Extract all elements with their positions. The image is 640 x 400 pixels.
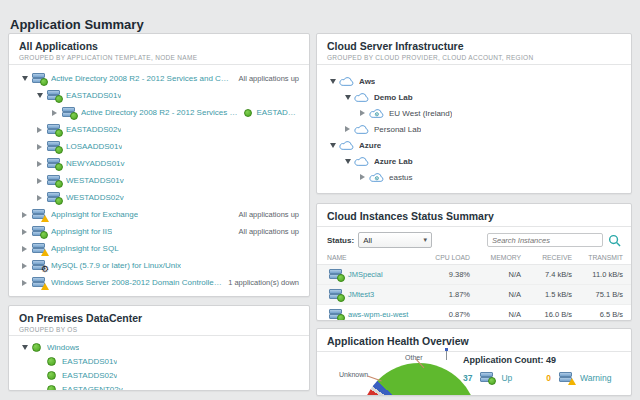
column-header-name[interactable]: NAME — [317, 252, 427, 265]
panel-title: All Applications — [19, 40, 299, 52]
tree-item: Aws — [327, 73, 621, 89]
cell-cpu-load: 9.38% — [427, 265, 478, 285]
expand-icon[interactable] — [34, 195, 45, 201]
expand-icon[interactable] — [34, 178, 45, 184]
tree-item: Active Directory 2008 R2 - 2012 Services… — [19, 70, 299, 87]
expand-icon[interactable] — [49, 110, 60, 116]
up-stat[interactable]: 37 Up — [463, 372, 512, 383]
tree-item-label[interactable]: WESTADDS02v — [66, 193, 124, 202]
table-controls: Status: All ▾ — [317, 227, 631, 252]
table-row: JMtest31.87%N/A1.5 kB/s75.1 B/s — [317, 285, 631, 305]
warning-stat[interactable]: 0 Warning — [546, 372, 611, 383]
collapse-icon[interactable] — [19, 76, 30, 81]
cloud-icon — [354, 124, 369, 135]
expand-icon[interactable] — [342, 126, 353, 132]
expand-icon[interactable] — [19, 263, 30, 269]
tree-item-label[interactable]: Azure — [359, 141, 381, 150]
cell-memory: N/A — [478, 285, 529, 305]
status-warning-icon — [41, 283, 49, 290]
tree-item-label[interactable]: EASTAGENT02v — [62, 385, 123, 392]
column-header-transmit[interactable]: TRANSMIT — [580, 252, 631, 265]
tree-item-label[interactable]: AppInsight for Exchange — [51, 210, 138, 219]
search-icon[interactable] — [608, 234, 621, 247]
status-up-icon — [70, 112, 78, 120]
application-icon — [329, 289, 342, 300]
expand-icon[interactable] — [34, 161, 45, 167]
status-warning-icon — [41, 249, 49, 256]
collapse-icon[interactable] — [342, 95, 353, 100]
tree-item-node-label[interactable]: EASTADDS01v — [256, 108, 299, 117]
cloud-infrastructure-tree: Aws Demo Lab EU West (Ireland) Personal … — [317, 65, 631, 185]
instance-name-link[interactable]: aws-wpm-eu-west — [348, 310, 408, 319]
collapse-icon[interactable] — [327, 143, 338, 148]
all-applications-panel: All Applications GROUPED BY APPLICATION … — [8, 33, 310, 297]
tree-item-label[interactable]: Azure Lab — [374, 157, 413, 166]
expand-icon[interactable] — [19, 229, 30, 235]
tree-item-label[interactable]: Personal Lab — [374, 125, 421, 134]
application-warning-icon — [559, 372, 572, 383]
expand-icon[interactable] — [34, 127, 45, 133]
application-icon — [32, 277, 45, 288]
application-icon — [32, 209, 45, 220]
expand-icon[interactable] — [19, 212, 30, 218]
status-up-icon — [337, 314, 345, 321]
tree-item-label[interactable]: eastus — [389, 173, 413, 182]
tree-item-label[interactable]: AppInsight for IIS — [51, 227, 112, 236]
tree-item: ⚙MySQL (5.7.9 or later) for Linux/Unix — [19, 257, 299, 274]
tree-item-label[interactable]: Windows — [47, 343, 79, 352]
cloud-instances-table: NAME CPU LOAD MEMORY RECEIVE TRANSMIT JM… — [317, 252, 631, 321]
status-up-icon — [47, 371, 56, 380]
application-up-icon — [480, 372, 493, 383]
tree-item-label[interactable]: MySQL (5.7.9 or later) for Linux/Unix — [51, 261, 181, 270]
tree-item-label[interactable]: EU West (Ireland) — [389, 109, 452, 118]
tree-item-label[interactable]: WESTADDS01v — [66, 176, 124, 185]
tree-item-label[interactable]: Active Directory 2008 R2 - 2012 Services… — [81, 108, 240, 117]
tree-item: AppInsight for ExchangeAll applications … — [19, 206, 299, 223]
cloud-region-icon — [369, 108, 384, 119]
tree-item-label[interactable]: Active Directory 2008 R2 - 2012 Services… — [51, 74, 233, 83]
cloud-region-icon — [369, 172, 384, 183]
tree-item-label[interactable]: NEWYADDS01v — [66, 159, 125, 168]
search-input[interactable] — [487, 233, 603, 247]
collapse-icon[interactable] — [342, 159, 353, 164]
cell-receive: 1.5 kB/s — [529, 285, 580, 305]
column-header-memory[interactable]: MEMORY — [478, 252, 529, 265]
tree-item-label[interactable]: Aws — [359, 77, 375, 86]
tree-item-status-text: All applications up — [233, 210, 299, 219]
expand-icon[interactable] — [19, 246, 30, 252]
collapse-icon[interactable] — [34, 93, 45, 98]
tree-item-label[interactable]: EASTADDS02v — [62, 371, 117, 380]
tree-item-label[interactable]: EASTADDS02v — [66, 125, 121, 134]
pie-marker — [446, 351, 447, 360]
tree-item-label[interactable]: Demo Lab — [374, 93, 413, 102]
expand-icon[interactable] — [34, 144, 45, 150]
application-icon — [329, 269, 342, 280]
status-up-icon — [47, 385, 56, 392]
tree-item-status-text: 1 application(s) down — [222, 278, 299, 287]
tree-item: EASTADDS01v — [19, 87, 299, 104]
status-filter-select[interactable]: All ▾ — [358, 232, 432, 248]
tree-item: EU West (Ireland) — [327, 105, 621, 121]
page-title: Application Summary — [10, 17, 144, 32]
collapse-icon[interactable] — [327, 79, 338, 84]
collapse-icon[interactable] — [19, 345, 30, 350]
instance-name-link[interactable]: JMtest3 — [348, 290, 374, 299]
tree-item-label[interactable]: EASTADDS01v — [62, 357, 117, 366]
tree-item-label[interactable]: LOSAADDS01v — [66, 142, 122, 151]
cell-cpu-load: 1.87% — [427, 285, 478, 305]
tree-item: EASTADDS02v — [19, 368, 299, 382]
tree-item-label[interactable]: AppInsight for SQL — [51, 244, 119, 253]
tree-item: AppInsight for SQL — [19, 240, 299, 257]
tree-item-label[interactable]: EASTADDS01v — [66, 91, 121, 100]
cloud-infrastructure-panel: Cloud Server Infrastructure GROUPED BY C… — [316, 33, 632, 194]
column-header-cpu-load[interactable]: CPU LOAD — [427, 252, 478, 265]
expand-icon[interactable] — [357, 174, 368, 180]
expand-icon[interactable] — [357, 110, 368, 116]
status-warning-icon — [41, 215, 49, 222]
tree-item-label[interactable]: Windows Server 2008-2012 Domain Controll… — [51, 278, 222, 287]
tree-item: Windows Server 2008-2012 Domain Controll… — [19, 274, 299, 291]
panel-subtitle: GROUPED BY CLOUD PROVIDER, CLOUD ACCOUNT… — [327, 54, 621, 61]
column-header-receive[interactable]: RECEIVE — [529, 252, 580, 265]
expand-icon[interactable] — [19, 280, 30, 286]
instance-name-link[interactable]: JMSpecial — [348, 270, 383, 279]
